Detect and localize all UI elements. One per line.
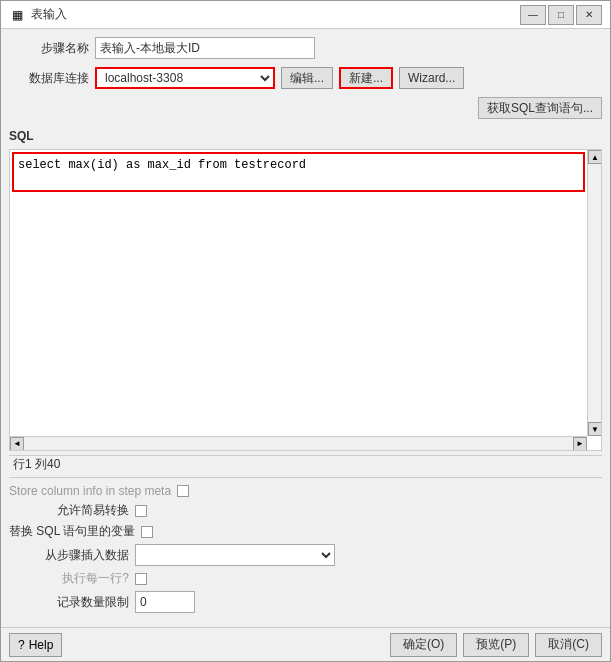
status-bar: 行1 列40 bbox=[9, 455, 602, 473]
get-sql-button[interactable]: 获取SQL查询语句... bbox=[478, 97, 602, 119]
step-name-row: 步骤名称 bbox=[9, 37, 602, 59]
execute-each-row-label: 执行每一行? bbox=[9, 570, 129, 587]
edit-button[interactable]: 编辑... bbox=[281, 67, 333, 89]
sql-editor[interactable]: select max(id) as max_id from testrecord bbox=[12, 152, 585, 192]
execute-each-row-row: 执行每一行? bbox=[9, 570, 602, 587]
cancel-button[interactable]: 取消(C) bbox=[535, 633, 602, 657]
horizontal-scrollbar[interactable]: ◄ ► bbox=[10, 436, 587, 450]
allow-simple-convert-label: 允许简易转换 bbox=[9, 502, 129, 519]
maximize-button[interactable]: □ bbox=[548, 5, 574, 25]
options-section: Store column info in step meta 允许简易转换 替换… bbox=[9, 477, 602, 619]
scroll-track-horizontal bbox=[24, 437, 573, 450]
allow-simple-convert-checkbox[interactable] bbox=[135, 505, 147, 517]
scroll-down-button[interactable]: ▼ bbox=[588, 422, 602, 436]
title-controls: — □ ✕ bbox=[520, 5, 602, 25]
main-window: ▦ 表输入 — □ ✕ 步骤名称 数据库连接 localhost-3308 编辑… bbox=[0, 0, 611, 662]
wizard-button[interactable]: Wizard... bbox=[399, 67, 464, 89]
bottom-bar: ? Help 确定(O) 预览(P) 取消(C) bbox=[1, 627, 610, 661]
icon-symbol: ▦ bbox=[12, 8, 23, 22]
allow-simple-convert-row: 允许简易转换 bbox=[9, 502, 602, 519]
execute-each-row-checkbox[interactable] bbox=[135, 573, 147, 585]
step-name-label: 步骤名称 bbox=[9, 40, 89, 57]
action-buttons: 确定(O) 预览(P) 取消(C) bbox=[390, 633, 602, 657]
new-button[interactable]: 新建... bbox=[339, 67, 393, 89]
scroll-track-vertical bbox=[588, 164, 601, 422]
db-connection-select[interactable]: localhost-3308 bbox=[95, 67, 275, 89]
get-sql-row: 获取SQL查询语句... bbox=[9, 97, 602, 119]
scroll-up-button[interactable]: ▲ bbox=[588, 150, 602, 164]
store-column-label: Store column info in step meta bbox=[9, 484, 171, 498]
replace-variables-checkbox[interactable] bbox=[141, 526, 153, 538]
vertical-scrollbar[interactable]: ▲ ▼ bbox=[587, 150, 601, 436]
record-limit-row: 记录数量限制 bbox=[9, 591, 602, 613]
sql-label: SQL bbox=[9, 129, 602, 143]
scroll-left-button[interactable]: ◄ bbox=[10, 437, 24, 451]
close-button[interactable]: ✕ bbox=[576, 5, 602, 25]
db-connection-row: 数据库连接 localhost-3308 编辑... 新建... Wizard.… bbox=[9, 67, 602, 89]
insert-from-step-select[interactable] bbox=[135, 544, 335, 566]
help-button[interactable]: ? Help bbox=[9, 633, 62, 657]
preview-button[interactable]: 预览(P) bbox=[463, 633, 529, 657]
insert-from-step-row: 从步骤插入数据 bbox=[9, 544, 602, 566]
insert-from-step-label: 从步骤插入数据 bbox=[9, 547, 129, 564]
record-limit-label: 记录数量限制 bbox=[9, 594, 129, 611]
replace-variables-label: 替换 SQL 语句里的变量 bbox=[9, 523, 135, 540]
question-icon: ? bbox=[18, 638, 25, 652]
replace-variables-row: 替换 SQL 语句里的变量 bbox=[9, 523, 602, 540]
scroll-right-button[interactable]: ► bbox=[573, 437, 587, 451]
sql-area-container: select max(id) as max_id from testrecord… bbox=[9, 149, 602, 451]
help-label: Help bbox=[29, 638, 54, 652]
store-column-row: Store column info in step meta bbox=[9, 484, 602, 498]
db-connection-label: 数据库连接 bbox=[9, 70, 89, 87]
window-icon: ▦ bbox=[9, 7, 25, 23]
title-bar: ▦ 表输入 — □ ✕ bbox=[1, 1, 610, 29]
main-content: 步骤名称 数据库连接 localhost-3308 编辑... 新建... Wi… bbox=[1, 29, 610, 627]
confirm-button[interactable]: 确定(O) bbox=[390, 633, 457, 657]
step-name-input[interactable] bbox=[95, 37, 315, 59]
minimize-button[interactable]: — bbox=[520, 5, 546, 25]
window-title: 表输入 bbox=[31, 6, 520, 23]
cursor-position: 行1 列40 bbox=[13, 456, 60, 473]
store-column-checkbox[interactable] bbox=[177, 485, 189, 497]
record-limit-input[interactable] bbox=[135, 591, 195, 613]
